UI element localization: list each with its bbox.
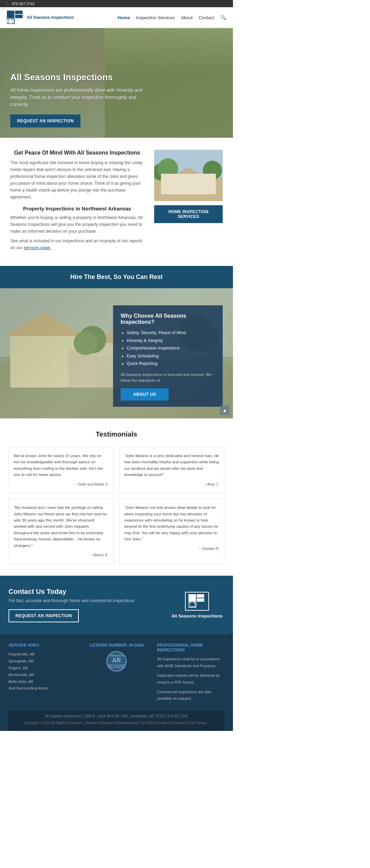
info-para-2: Whether you're buying or selling a prope… [10,214,144,235]
footer-professional-item: Commercial inspections are also availabl… [157,689,224,702]
house-photo [154,150,223,201]
testimonial-text: "John Meares is a very dedicated and hon… [124,454,219,477]
svg-rect-1 [15,11,23,14]
footer-professional-item: All inspections shall be in accordance w… [157,656,224,670]
why-choose-overlay: Why Choose All Seasons Inspections? Safe… [113,305,223,407]
contact-cta-right: All Seasons Inspections [170,592,224,619]
list-item: Honesty & Integrity [127,338,215,344]
why-choose-description: All Seasons Inspections is licensed and … [121,372,215,384]
scroll-up-button[interactable]: ▲ [220,405,230,415]
testimonials-heading: Testimonials [9,430,224,438]
info-para-1: The most significant risk involved in ho… [10,159,144,200]
home-inspection-services-button[interactable]: HOME INSPECTION SERVICES [154,205,223,223]
svg-rect-32 [197,598,204,602]
why-choose-list: Safety, Security, Peace of Mind Honesty … [121,330,215,367]
info-para-3: See what is included in our inspections … [10,237,144,251]
svg-rect-14 [176,180,183,185]
top-bar: 📞 479.387.2741 [0,0,233,7]
testimonial-card: "My husband and I have had the privilege… [9,499,114,564]
footer-bottom-line2: Copyright © 2019 All Rights Reserved. | … [17,718,216,728]
list-item: Bella Vista, AR [9,678,76,685]
testimonial-attribution: ~ Nancy E. [14,552,109,558]
list-item: Safety, Security, Peace of Mind [127,330,215,336]
svg-rect-2 [15,15,23,18]
svg-point-27 [74,331,98,355]
footer: Service Area Fayetteville, AR Springdale… [0,634,233,731]
phone-number: 479.387.2741 [12,2,35,6]
info-text-col: Get Peace Of Mind With All Seasons Inspe… [10,150,144,254]
hero-title: All Seasons Inspections [10,72,147,83]
hero-section: All Seasons Inspections All home Inspect… [0,28,233,138]
footer-bottom-line1: All Seasons Inspections | 1590 E. Joyce … [17,714,216,718]
services-link[interactable]: services page. [24,245,51,250]
footer-grid: Service Area Fayetteville, AR Springdale… [9,643,224,711]
badge-bottom-text: DEPT OF LABOR AND LICENSING [107,664,126,668]
list-item: Rogers, AR [9,665,76,672]
contact-cta-section: Contact Us Today For fast, accurate and … [0,576,233,634]
testimonial-attribution: ~ Sheilah R. [124,546,219,552]
testimonials-grid: We've known John for nearly 15 years. We… [9,447,224,564]
testimonial-card: "John Meares not only knows what details… [119,499,224,564]
nav-home[interactable]: Home [118,15,130,20]
info-image-col: HOME INSPECTION SERVICES [154,150,223,254]
info-heading-1: Get Peace Of Mind With All Seasons Inspe… [10,150,144,156]
search-icon[interactable]: 🔍 [220,15,226,20]
list-item: Bentonville, AR [9,672,76,678]
main-nav: Home Inspection Services About Contact 🔍 [118,15,226,20]
about-us-button[interactable]: ABOUT US [121,388,169,401]
footer-professional: Professional Home Inspections All inspec… [157,643,224,702]
svg-point-9 [158,158,178,179]
footer-service-area-list: Fayetteville, AR Springdale, AR Rogers, … [9,651,76,692]
svg-rect-31 [197,594,204,598]
phone-icon: 📞 [5,1,10,6]
testimonial-attribution: ~ Dale and Bobbi S. [14,481,109,488]
logo-white-svg [188,594,206,608]
list-item: Comprehensive Inspections [127,345,215,352]
footer-professional-item: Inspection reports will be delivered by … [157,672,224,686]
info-section: Get Peace Of Mind With All Seasons Inspe… [0,138,233,266]
nav-contact[interactable]: Contact [199,15,214,20]
ar-badge: ARKANSAS AR DEPT OF LABOR AND LICENSING [106,651,127,672]
list-item: And Surrounding Areas [9,685,76,692]
list-item: Quick Reporting [127,361,215,367]
badge-letters: AR [112,657,121,664]
svg-rect-15 [194,180,200,185]
contact-cta-button[interactable]: REQUEST AN INSPECTION [9,609,79,622]
testimonial-text: "John Meares not only knows what details… [124,505,218,541]
contact-cta-subtext: For fast, accurate and thorough home and… [9,598,163,603]
svg-rect-6 [154,150,223,201]
list-item: Springdale, AR [9,658,76,665]
info-heading-2: Property Inspections in Northwest Arkans… [10,206,144,211]
svg-rect-13 [185,186,192,194]
footer-bottom: All Seasons Inspections | 1590 E. Joyce … [9,711,224,731]
header: All Seasons Inspections Home Inspection … [0,7,233,28]
footer-service-area-heading: Service Area [9,643,76,648]
testimonials-section: Testimonials We've known John for nearly… [0,418,233,576]
footer-logo-text: All Seasons Inspections [171,613,223,619]
footer-service-area: Service Area Fayetteville, AR Springdale… [9,643,76,702]
hero-content: All Seasons Inspections All home Inspect… [0,72,158,127]
svg-rect-16 [168,174,178,187]
testimonial-card: "John Meares is a very dedicated and hon… [119,447,224,493]
svg-rect-23 [69,350,96,388]
why-choose-section: Why Choose All Seasons Inspections? Safe… [0,288,233,418]
testimonial-card: We've known John for nearly 15 years. We… [9,447,114,493]
svg-point-10 [203,161,222,180]
nav-about[interactable]: About [181,15,193,20]
hero-cta-button[interactable]: REQUEST AN INSPECTION [10,114,81,127]
blue-banner: Hire The Best, So You Can Rest [0,266,233,288]
footer-license: License Number: HI-2044 ARKANSAS AR DEPT… [83,643,150,702]
testimonial-text: We've known John for nearly 15 years. We… [14,454,103,477]
svg-marker-34 [189,601,195,607]
logo-text: All Seasons Inspections [27,15,74,20]
testimonial-text: "My husband and I have had the privilege… [14,505,107,547]
badge-top-text: ARKANSAS [110,655,123,657]
nav-inspection-services[interactable]: Inspection Services [136,15,175,20]
why-choose-heading: Why Choose All Seasons Inspections? [121,313,215,325]
svg-rect-7 [154,177,223,201]
svg-rect-11 [175,177,209,194]
footer-license-heading: License Number: HI-2044 [83,643,150,648]
hero-description: All home Inspections are professionally … [10,87,147,108]
logo-icon [7,11,24,24]
list-item: Easy Scheduling [127,353,215,359]
